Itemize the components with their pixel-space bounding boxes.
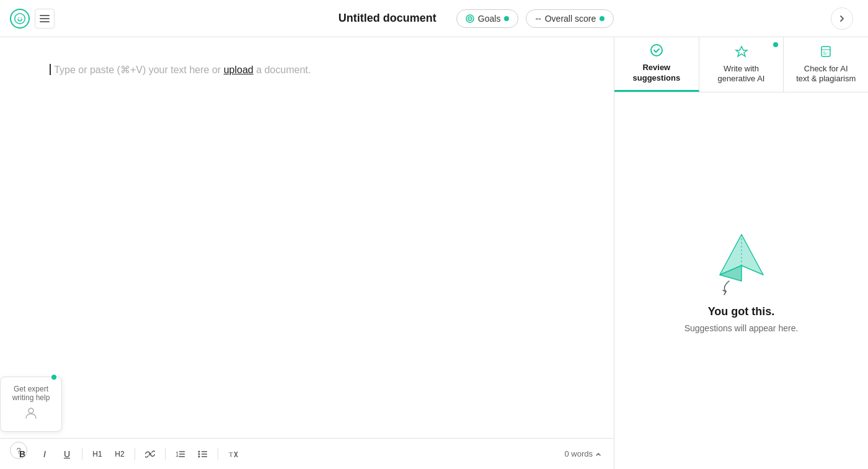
tab-write-ai[interactable]: Write withgenerative AI <box>699 37 784 92</box>
svg-rect-5 <box>40 21 50 22</box>
plagiarism-icon: " <box>819 45 833 61</box>
link-button[interactable] <box>140 444 160 464</box>
svg-text:": " <box>826 51 828 56</box>
grammarly-logo-icon <box>14 13 25 24</box>
tab-plagiarism[interactable]: " Check for AItext & plagiarism <box>784 37 868 92</box>
review-suggestions-icon <box>650 43 663 60</box>
tab-review-label: Reviewsuggestions <box>633 63 681 84</box>
document-title: Untitled document <box>339 12 436 25</box>
person-icon <box>24 406 38 424</box>
expert-help-label: Get expert writing help <box>8 385 54 402</box>
upload-link[interactable]: upload <box>224 65 254 75</box>
editor-area: Type or paste (⌘+V) your text here or up… <box>0 37 614 469</box>
help-button[interactable]: ? <box>10 442 27 459</box>
svg-rect-3 <box>40 15 50 16</box>
clear-format-icon: T <box>228 449 238 459</box>
ai-tab-dot <box>773 42 778 47</box>
right-panel: Reviewsuggestions Write withgenerative A… <box>614 37 868 469</box>
expert-dot <box>51 375 56 380</box>
svg-marker-24 <box>736 47 747 56</box>
expert-help-panel: Get expert writing help <box>0 377 62 432</box>
ordered-list-icon: 1. <box>175 449 185 459</box>
suggestions-subtext: Suggestions will appear here. <box>684 323 799 333</box>
svg-point-15 <box>198 453 200 455</box>
tab-review-suggestions[interactable]: Reviewsuggestions <box>614 37 699 92</box>
goals-label: Goals <box>478 14 501 24</box>
score-dot <box>600 16 604 21</box>
chevron-up-icon <box>595 451 601 457</box>
word-count[interactable]: 0 words <box>564 449 601 458</box>
svg-text:T: T <box>229 450 233 458</box>
grammarly-logo[interactable] <box>10 9 30 29</box>
toolbar-separator-4 <box>218 448 218 460</box>
chevron-right-icon <box>839 14 845 23</box>
right-panel-content: You got this. Suggestions will appear he… <box>614 92 868 469</box>
unordered-list-icon <box>198 449 208 459</box>
svg-point-1 <box>18 17 19 18</box>
word-count-value: 0 words <box>564 449 593 458</box>
score-dash: -- <box>535 14 541 24</box>
unordered-list-button[interactable] <box>193 444 213 464</box>
editor-placeholder: Type or paste (⌘+V) your text here or up… <box>50 62 564 78</box>
help-icon: ? <box>16 446 20 455</box>
svg-point-2 <box>20 17 22 18</box>
menu-button[interactable] <box>35 9 55 29</box>
header: Untitled document Goals -- Overall score <box>0 0 868 37</box>
collapse-panel-button[interactable] <box>831 7 853 30</box>
goals-button[interactable]: Goals <box>456 9 519 28</box>
text-cursor <box>50 64 51 75</box>
overall-score-button[interactable]: -- Overall score <box>526 9 614 28</box>
svg-point-9 <box>29 408 33 413</box>
svg-rect-4 <box>40 18 50 19</box>
clear-formatting-button[interactable]: T <box>223 444 243 464</box>
goals-dot <box>504 16 509 21</box>
editor-content[interactable]: Type or paste (⌘+V) your text here or up… <box>0 37 614 438</box>
header-right <box>831 7 858 30</box>
placeholder-text: Type or paste (⌘+V) your text here or <box>54 65 221 75</box>
hamburger-icon <box>40 15 50 22</box>
toolbar-separator-1 <box>82 448 82 460</box>
placeholder-end: a document. <box>256 65 311 75</box>
svg-point-0 <box>15 13 25 24</box>
svg-point-8 <box>469 18 471 19</box>
svg-point-14 <box>198 450 200 452</box>
tab-write-ai-label: Write withgenerative AI <box>718 64 765 85</box>
toolbar-separator-3 <box>165 448 166 460</box>
ordered-list-button[interactable]: 1. <box>170 444 190 464</box>
write-ai-icon <box>735 45 748 61</box>
svg-point-23 <box>651 45 662 56</box>
right-panel-tabs: Reviewsuggestions Write withgenerative A… <box>614 37 868 92</box>
editor-toolbar: B I U H1 H2 1. <box>0 438 614 469</box>
header-center: Untitled document Goals -- Overall score <box>122 9 831 28</box>
goals-icon <box>466 14 474 23</box>
link-icon <box>145 449 155 459</box>
h2-button[interactable]: H2 <box>110 444 130 464</box>
score-label: Overall score <box>545 14 596 24</box>
italic-button[interactable]: I <box>35 444 55 464</box>
h1-button[interactable]: H1 <box>87 444 107 464</box>
underline-button[interactable]: U <box>57 444 77 464</box>
toolbar-separator-2 <box>135 448 135 460</box>
svg-rect-25 <box>822 47 830 56</box>
svg-point-16 <box>198 455 200 457</box>
paper-plane-illustration <box>711 228 773 290</box>
tab-plagiarism-label: Check for AItext & plagiarism <box>796 64 856 85</box>
main-layout: Type or paste (⌘+V) your text here or up… <box>0 37 868 469</box>
you-got-this-heading: You got this. <box>708 305 775 318</box>
header-left <box>10 9 122 29</box>
